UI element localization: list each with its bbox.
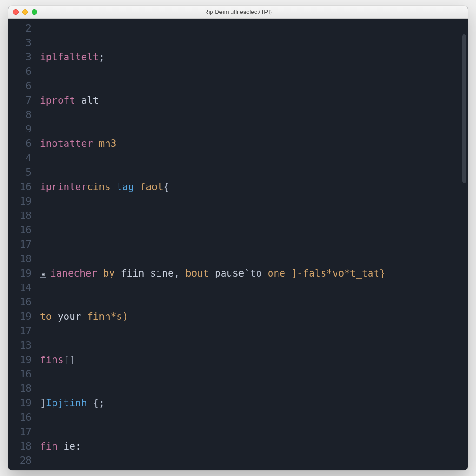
code-line[interactable]: iprintercins tag faot{ — [40, 180, 468, 194]
line-number: 16 — [8, 180, 32, 194]
code-editor[interactable]: 2 3 3 6 6 7 8 9 6 4 5 16 19 18 16 17 18 … — [8, 19, 468, 470]
line-number: 19 — [8, 310, 32, 324]
line-number: 16 — [8, 295, 32, 310]
code-line[interactable]: to your finh*s) — [40, 310, 468, 324]
line-number: 19 — [8, 396, 32, 410]
line-number: 7 — [8, 93, 32, 108]
line-number: 17 — [8, 425, 32, 439]
line-number: 13 — [8, 338, 32, 353]
line-number: 18 — [8, 209, 32, 223]
line-number: 16 — [8, 367, 32, 382]
line-number: 28 — [8, 454, 32, 468]
titlebar[interactable]: Rip Deim ulli eaclect/TPI) — [8, 6, 468, 19]
line-number: 6 — [8, 137, 32, 151]
code-line[interactable] — [40, 223, 468, 238]
code-line[interactable]: iplfaltelt; — [40, 50, 468, 65]
editor-window: Rip Deim ulli eaclect/TPI) 2 3 3 6 6 7 8… — [8, 6, 468, 470]
line-number: 5 — [8, 165, 32, 180]
line-number: 3 — [8, 50, 32, 65]
maximize-icon[interactable] — [32, 9, 37, 15]
line-number: 9 — [8, 122, 32, 137]
line-number: 2 — [8, 21, 32, 36]
line-number: 4 — [8, 151, 32, 165]
line-number: 6 — [8, 65, 32, 79]
line-number: 17 — [8, 324, 32, 338]
line-number: 6 — [8, 79, 32, 93]
line-number: 16 — [8, 410, 32, 425]
code-line[interactable]: ▣ianecher by fiin sine, bout pause`to on… — [40, 266, 468, 281]
line-number: 21 — [8, 468, 32, 470]
code-line[interactable]: fin ie: — [40, 439, 468, 454]
line-number: 18 — [8, 252, 32, 266]
line-number: 19 — [8, 266, 32, 281]
code-line[interactable]: iproft alt — [40, 93, 468, 108]
close-icon[interactable] — [13, 9, 19, 15]
line-number: 17 — [8, 238, 32, 252]
line-number: 8 — [8, 108, 32, 122]
line-number: 14 — [8, 281, 32, 295]
code-line[interactable]: inotatter mn3 — [40, 137, 468, 151]
code-line[interactable]: fins[] — [40, 353, 468, 367]
code-area[interactable]: iplfaltelt; iproft alt inotatter mn3 ipr… — [38, 19, 468, 470]
fold-marker-icon[interactable]: ▣ — [40, 271, 46, 278]
line-number: 16 — [8, 223, 32, 238]
line-number-gutter: 2 3 3 6 6 7 8 9 6 4 5 16 19 18 16 17 18 … — [8, 19, 38, 470]
window-title: Rip Deim ulli eaclect/TPI) — [204, 8, 272, 15]
line-number: 18 — [8, 382, 32, 396]
line-number: 19 — [8, 194, 32, 209]
code-line[interactable]: ]Ipjtinh {; — [40, 396, 468, 410]
line-number: 18 — [8, 439, 32, 454]
scrollbar-thumb[interactable] — [462, 34, 466, 183]
traffic-lights — [13, 9, 37, 15]
line-number: 3 — [8, 36, 32, 50]
line-number: 19 — [8, 353, 32, 367]
minimize-icon[interactable] — [22, 9, 28, 15]
